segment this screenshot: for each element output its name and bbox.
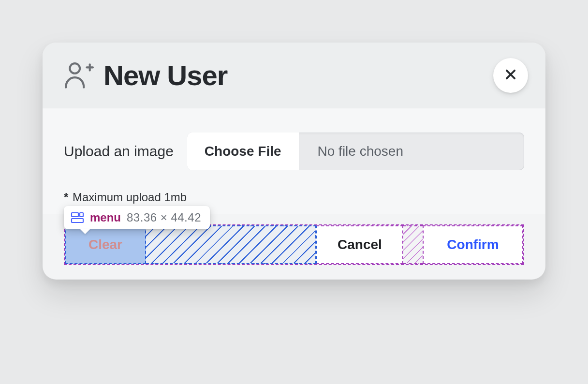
- flex-layout-icon: [71, 211, 84, 224]
- hint-text: Maximum upload 1mb: [73, 191, 187, 204]
- file-status-text: No file chosen: [299, 133, 524, 170]
- hint-asterisk: *: [64, 191, 68, 204]
- user-plus-icon: [64, 61, 94, 89]
- clear-button[interactable]: Clear: [65, 225, 146, 264]
- confirm-button[interactable]: Confirm: [423, 225, 523, 264]
- button-menu-flex: Clear Cancel Confirm: [64, 224, 524, 265]
- inspector-element-tag: menu: [90, 211, 121, 224]
- inspector-tooltip: menu 83.36 × 44.42: [64, 206, 210, 229]
- svg-rect-7: [72, 219, 83, 222]
- svg-point-0: [70, 63, 80, 74]
- dialog-footer: Clear Cancel Confirm: [64, 224, 524, 265]
- svg-rect-5: [72, 213, 78, 217]
- file-picker: Choose File No file chosen: [187, 133, 524, 170]
- dialog-header: New User: [43, 43, 545, 108]
- flex-spacer: [146, 225, 316, 264]
- upload-hint: * Maximum upload 1mb: [64, 191, 524, 204]
- dialog-title: New User: [103, 59, 227, 91]
- choose-file-button[interactable]: Choose File: [187, 133, 299, 170]
- new-user-dialog: New User Upload an image Choose File No …: [43, 43, 545, 280]
- inspector-dimensions: 83.36 × 44.42: [127, 211, 201, 224]
- flex-gap: [403, 225, 423, 264]
- close-icon: [504, 66, 517, 85]
- cancel-button[interactable]: Cancel: [316, 225, 403, 264]
- upload-label: Upload an image: [64, 143, 174, 160]
- close-button[interactable]: [493, 58, 528, 93]
- dialog-body: Upload an image Choose File No file chos…: [43, 108, 545, 214]
- svg-rect-6: [80, 213, 83, 217]
- upload-row: Upload an image Choose File No file chos…: [64, 133, 524, 170]
